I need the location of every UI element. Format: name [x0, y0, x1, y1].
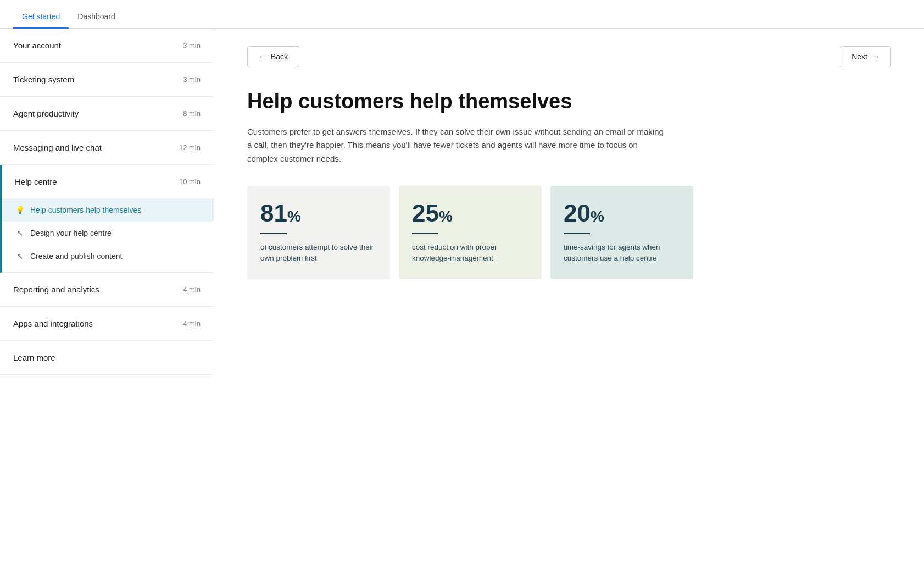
sidebar-section-messaging: Messaging and live chat 12 min — [0, 131, 214, 165]
next-button-label: Next — [851, 52, 867, 61]
sidebar-section-apps-header[interactable]: Apps and integrations 4 min — [0, 307, 214, 340]
stat-unit-20: % — [591, 208, 604, 225]
sidebar-section-reporting: Reporting and analytics 4 min — [0, 273, 214, 307]
sidebar-subitem-design-help[interactable]: Design your help centre — [2, 222, 214, 245]
page-description: Customers prefer to get answers themselv… — [247, 125, 665, 166]
sidebar-subitem-help-customers-label: Help customers help themselves — [30, 206, 141, 214]
sidebar-subitem-create-publish[interactable]: Create and publish content — [2, 245, 214, 268]
stat-card-81: 81% of customers attempt to solve their … — [247, 186, 390, 280]
page-title: Help customers help themselves — [247, 89, 891, 114]
stat-value-81: 81 — [260, 200, 287, 227]
stat-label-20: time-savings for agents when customers u… — [564, 242, 680, 264]
sidebar-section-apps-title: Apps and integrations — [13, 319, 93, 328]
cursor-icon-2 — [15, 251, 25, 261]
stat-unit-25: % — [439, 208, 453, 225]
sidebar-section-help-centre: Help centre 10 min Help customers help t… — [0, 165, 214, 273]
stat-divider-25 — [412, 233, 438, 234]
next-button[interactable]: Next — [840, 46, 891, 67]
sidebar-section-ticketing-time: 3 min — [183, 75, 201, 84]
tab-dashboard[interactable]: Dashboard — [69, 5, 124, 29]
sidebar-section-your-account-time: 3 min — [183, 41, 201, 49]
sidebar-section-reporting-header[interactable]: Reporting and analytics 4 min — [0, 273, 214, 306]
sidebar-subitem-help-customers[interactable]: Help customers help themselves — [2, 198, 214, 222]
sidebar-subitem-create-publish-label: Create and publish content — [30, 252, 122, 261]
sidebar-section-agent-productivity-time: 8 min — [183, 109, 201, 118]
sidebar-section-your-account: Your account 3 min — [0, 29, 214, 63]
main-content: Back Next Help customers help themselves… — [214, 29, 924, 569]
stat-number-25: 25% — [412, 201, 528, 225]
bulb-icon — [15, 205, 25, 215]
sidebar-section-your-account-title: Your account — [13, 41, 61, 50]
stat-number-81: 81% — [260, 201, 377, 225]
sidebar-section-help-centre-time: 10 min — [179, 178, 201, 186]
cursor-icon-1 — [15, 228, 25, 238]
sidebar: Your account 3 min Ticketing system 3 mi… — [0, 29, 214, 569]
sidebar-subsection-help-centre: Help customers help themselves Design yo… — [2, 198, 214, 272]
top-navigation: Get started Dashboard — [0, 0, 924, 29]
stat-number-20: 20% — [564, 201, 680, 225]
stat-label-81: of customers attempt to solve their own … — [260, 242, 377, 264]
main-layout: Your account 3 min Ticketing system 3 mi… — [0, 29, 924, 569]
sidebar-section-ticketing: Ticketing system 3 min — [0, 63, 214, 97]
stat-divider-81 — [260, 233, 287, 234]
stat-card-20: 20% time-savings for agents when custome… — [550, 186, 693, 280]
sidebar-section-agent-productivity: Agent productivity 8 min — [0, 97, 214, 131]
back-button[interactable]: Back — [247, 46, 299, 67]
stat-label-25: cost reduction with proper knowledge-man… — [412, 242, 528, 264]
sidebar-section-reporting-time: 4 min — [183, 285, 201, 294]
sidebar-section-learn-more-header[interactable]: Learn more — [0, 341, 214, 374]
sidebar-section-agent-productivity-title: Agent productivity — [13, 109, 79, 118]
nav-buttons: Back Next — [247, 46, 891, 67]
next-arrow-icon — [872, 52, 880, 61]
sidebar-section-apps: Apps and integrations 4 min — [0, 307, 214, 341]
stat-card-25: 25% cost reduction with proper knowledge… — [399, 186, 542, 280]
sidebar-section-your-account-header[interactable]: Your account 3 min — [0, 29, 214, 62]
sidebar-section-messaging-time: 12 min — [179, 143, 201, 152]
tab-get-started[interactable]: Get started — [13, 5, 69, 29]
stat-value-25: 25 — [412, 200, 439, 227]
sidebar-section-messaging-title: Messaging and live chat — [13, 143, 102, 152]
sidebar-section-messaging-header[interactable]: Messaging and live chat 12 min — [0, 131, 214, 164]
sidebar-section-reporting-title: Reporting and analytics — [13, 285, 99, 294]
sidebar-section-agent-productivity-header[interactable]: Agent productivity 8 min — [0, 97, 214, 130]
stats-grid: 81% of customers attempt to solve their … — [247, 186, 891, 280]
back-button-label: Back — [271, 52, 288, 61]
sidebar-section-learn-more: Learn more — [0, 341, 214, 375]
stat-unit-81: % — [287, 208, 301, 225]
sidebar-section-help-centre-title: Help centre — [15, 177, 57, 186]
sidebar-subitem-design-help-label: Design your help centre — [30, 229, 112, 237]
sidebar-section-learn-more-title: Learn more — [13, 353, 55, 362]
back-arrow-icon — [259, 52, 266, 61]
sidebar-section-apps-time: 4 min — [183, 319, 201, 328]
sidebar-section-ticketing-title: Ticketing system — [13, 75, 74, 84]
sidebar-section-help-centre-header[interactable]: Help centre 10 min — [2, 165, 214, 198]
stat-divider-20 — [564, 233, 590, 234]
stat-value-20: 20 — [564, 200, 591, 227]
sidebar-section-ticketing-header[interactable]: Ticketing system 3 min — [0, 63, 214, 96]
